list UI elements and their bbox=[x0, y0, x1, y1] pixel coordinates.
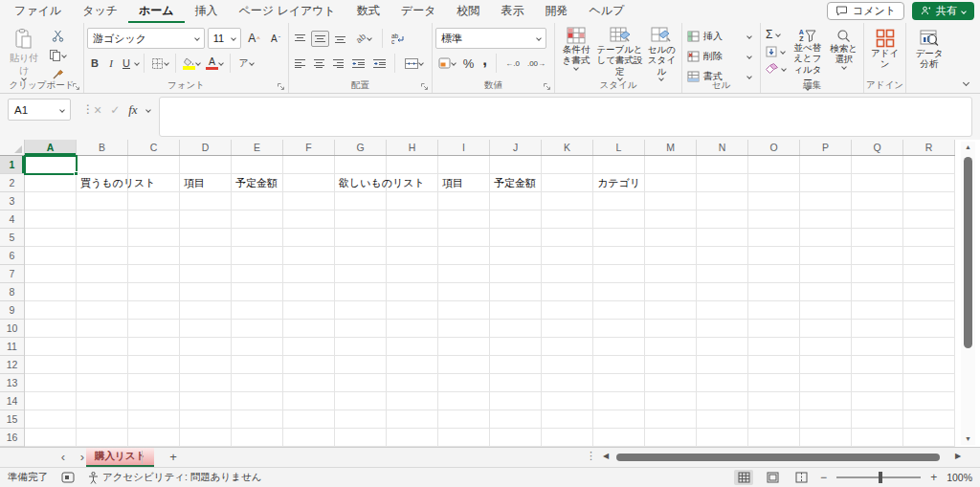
page-break-view-button[interactable] bbox=[791, 470, 811, 485]
scroll-down-arrow[interactable]: ▼ bbox=[961, 433, 975, 445]
column-header-O[interactable]: O bbox=[748, 140, 800, 155]
font-name-select[interactable]: 游ゴシック bbox=[87, 28, 205, 49]
paste-button[interactable]: 貼り付け bbox=[3, 26, 45, 82]
vertical-scroll-thumb[interactable] bbox=[964, 157, 972, 348]
new-sheet-button[interactable]: + bbox=[165, 448, 182, 467]
delete-cells-button[interactable]: 削除 bbox=[685, 47, 757, 65]
prev-sheet-button[interactable]: ‹ bbox=[56, 448, 71, 467]
column-header-L[interactable]: L bbox=[593, 140, 645, 155]
fill-color-button[interactable] bbox=[181, 55, 202, 72]
menu-tab-ページ レイアウト[interactable]: ページ レイアウト bbox=[229, 0, 346, 23]
grid-cell-E2[interactable]: 予定金額 bbox=[235, 174, 278, 192]
formula-bar-handle[interactable]: ⋮ bbox=[82, 102, 94, 116]
font-dialog-launcher-icon[interactable] bbox=[277, 82, 285, 91]
scroll-up-arrow[interactable]: ▲ bbox=[961, 142, 975, 153]
column-header-G[interactable]: G bbox=[335, 140, 387, 155]
row-header-4[interactable]: 4 bbox=[0, 210, 24, 229]
menu-tab-表示[interactable]: 表示 bbox=[490, 0, 534, 23]
row-header-1[interactable]: 1 bbox=[0, 156, 24, 174]
zoom-in-button[interactable]: + bbox=[930, 471, 937, 484]
row-header-9[interactable]: 9 bbox=[0, 301, 24, 320]
column-header-E[interactable]: E bbox=[232, 140, 283, 155]
active-cell-selection[interactable] bbox=[24, 155, 78, 175]
zoom-slider-thumb[interactable] bbox=[879, 472, 882, 483]
clipboard-dialog-launcher-icon[interactable] bbox=[72, 82, 80, 91]
column-header-D[interactable]: D bbox=[180, 140, 232, 155]
comma-style-button[interactable]: , bbox=[479, 55, 491, 72]
align-center-button[interactable] bbox=[311, 55, 327, 72]
column-header-M[interactable]: M bbox=[645, 140, 697, 155]
zoom-level[interactable]: 100% bbox=[947, 472, 972, 483]
menu-tab-データ[interactable]: データ bbox=[390, 0, 447, 23]
column-header-J[interactable]: J bbox=[490, 140, 542, 155]
clear-button[interactable] bbox=[764, 61, 788, 76]
align-bottom-button[interactable] bbox=[332, 31, 348, 47]
number-format-select[interactable]: 標準 bbox=[435, 28, 546, 49]
font-color-button[interactable]: A bbox=[204, 55, 225, 72]
cancel-button[interactable]: × bbox=[94, 102, 101, 118]
phonetic-guide-button[interactable]: ア bbox=[235, 55, 256, 72]
row-header-3[interactable]: 3 bbox=[0, 192, 24, 210]
borders-button[interactable] bbox=[149, 55, 170, 72]
zoom-out-button[interactable]: − bbox=[820, 471, 827, 484]
copy-button[interactable] bbox=[47, 47, 68, 63]
share-button[interactable]: 共有 bbox=[912, 2, 974, 20]
scrollbar-resize-handle[interactable]: ⋮ bbox=[586, 450, 596, 462]
alignment-dialog-launcher-icon[interactable] bbox=[420, 82, 429, 91]
bold-button[interactable]: B bbox=[87, 55, 102, 72]
column-header-Q[interactable]: Q bbox=[852, 140, 903, 155]
align-middle-button[interactable] bbox=[311, 31, 329, 47]
column-header-I[interactable]: I bbox=[438, 140, 490, 155]
grid-cell-D2[interactable]: 項目 bbox=[184, 174, 205, 192]
percent-style-button[interactable]: % bbox=[460, 55, 477, 72]
menu-tab-ヘルプ[interactable]: ヘルプ bbox=[578, 0, 635, 23]
italic-button[interactable]: I bbox=[104, 55, 118, 72]
increase-indent-button[interactable] bbox=[370, 55, 389, 72]
cell-styles-button[interactable]: セルのスタイル bbox=[645, 26, 679, 81]
name-box[interactable]: A1 bbox=[8, 99, 71, 121]
column-header-H[interactable]: H bbox=[387, 140, 438, 155]
column-header-B[interactable]: B bbox=[77, 140, 128, 155]
cells-area[interactable]: 買うものリスト項目予定金額欲しいものリスト項目予定金額カテゴリ bbox=[25, 156, 955, 447]
menu-tab-ファイル[interactable]: ファイル bbox=[4, 0, 72, 23]
align-left-button[interactable] bbox=[292, 55, 308, 72]
merge-center-button[interactable] bbox=[401, 55, 426, 72]
grid-cell-I2[interactable]: 項目 bbox=[442, 174, 463, 192]
scroll-left-arrow[interactable]: ◀ bbox=[603, 452, 609, 460]
row-header-2[interactable]: 2 bbox=[0, 174, 24, 192]
menu-tab-数式[interactable]: 数式 bbox=[346, 0, 390, 23]
increase-font-size-button[interactable]: A^ bbox=[244, 31, 263, 47]
row-header-13[interactable]: 13 bbox=[0, 374, 24, 392]
zoom-slider[interactable] bbox=[836, 476, 921, 478]
grid-cell-J2[interactable]: 予定金額 bbox=[494, 174, 536, 192]
format-as-table-button[interactable]: テーブルとして書式設定 bbox=[594, 26, 644, 81]
data-analysis-button[interactable]: データ分析 bbox=[910, 28, 948, 71]
sheet-tab-購入リスト[interactable]: 購入リスト bbox=[86, 448, 154, 467]
grid-cell-B2[interactable]: 買うものリスト bbox=[80, 174, 156, 192]
vertical-scrollbar[interactable]: ▲ ▼ bbox=[961, 142, 975, 445]
scroll-right-arrow[interactable]: ▶ bbox=[955, 452, 961, 460]
page-layout-view-button[interactable] bbox=[763, 470, 782, 485]
addins-button[interactable]: アドイン bbox=[869, 28, 902, 71]
column-header-R[interactable]: R bbox=[903, 140, 955, 155]
insert-function-button[interactable]: fx bbox=[128, 102, 137, 118]
insert-cells-button[interactable]: 挿入 bbox=[685, 27, 757, 45]
macro-record-icon[interactable] bbox=[61, 472, 75, 483]
enter-button[interactable]: ✓ bbox=[110, 103, 120, 117]
comments-button[interactable]: コメント bbox=[827, 2, 904, 20]
align-top-button[interactable] bbox=[292, 31, 308, 47]
column-header-P[interactable]: P bbox=[800, 140, 852, 155]
row-header-16[interactable]: 16 bbox=[0, 429, 24, 447]
menu-tab-タッチ[interactable]: タッチ bbox=[72, 0, 128, 23]
formula-input[interactable] bbox=[159, 97, 972, 137]
row-header-15[interactable]: 15 bbox=[0, 410, 24, 429]
row-header-14[interactable]: 14 bbox=[0, 392, 24, 410]
column-header-A[interactable]: A bbox=[25, 140, 77, 155]
row-header-6[interactable]: 6 bbox=[0, 247, 24, 265]
fill-button[interactable] bbox=[764, 44, 788, 58]
accounting-format-button[interactable] bbox=[435, 55, 458, 72]
row-header-5[interactable]: 5 bbox=[0, 229, 24, 247]
select-all-corner[interactable] bbox=[0, 140, 25, 156]
grid-cell-L2[interactable]: カテゴリ bbox=[597, 174, 640, 192]
column-header-K[interactable]: K bbox=[542, 140, 593, 155]
